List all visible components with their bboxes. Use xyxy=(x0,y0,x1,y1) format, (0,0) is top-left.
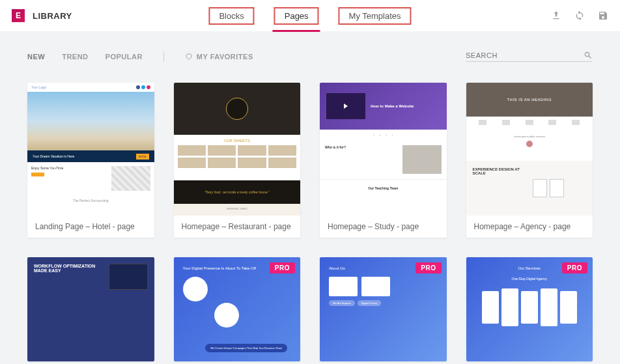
upload-icon[interactable] xyxy=(551,10,561,21)
filter-favorites[interactable]: MY FAVORITES xyxy=(185,53,253,61)
thumb-logo: Your Logo xyxy=(31,85,46,89)
thumb-hero-text: How to Make a Website xyxy=(371,104,414,108)
active-tab-indicator xyxy=(273,30,320,32)
tab-my-templates[interactable]: My Templates xyxy=(339,7,412,25)
save-icon[interactable] xyxy=(598,10,608,21)
pro-badge: PRO xyxy=(270,262,295,273)
search-wrap xyxy=(466,51,593,62)
thumb-bar-text: Your Dream Vacation is Here xyxy=(33,154,74,158)
filter-group: NEW TREND POPULAR MY FAVORITES xyxy=(27,51,253,62)
template-card[interactable]: PRO About UsWe Are ExpertsDigital Lovers xyxy=(320,257,447,361)
sync-icon[interactable] xyxy=(574,10,585,21)
filter-divider xyxy=(163,51,164,62)
tab-blocks[interactable]: Blocks xyxy=(208,7,254,25)
thumb-foot: GENERAL VIBES xyxy=(174,204,301,216)
template-thumbnail: PRO Our ServicesOne-Stop Digital Agency xyxy=(466,257,593,361)
template-thumbnail: PRO Your Digital Presence Is About To Ta… xyxy=(174,257,301,361)
filter-trend[interactable]: TREND xyxy=(62,53,88,61)
filter-new[interactable]: NEW xyxy=(27,53,45,61)
thumb-exp-title: EXPERIENCE DESIGN AT SCALE xyxy=(473,167,526,209)
favorites-label: MY FAVORITES xyxy=(197,53,253,61)
filter-popular[interactable]: POPULAR xyxy=(106,53,143,61)
thumb-quote: "Tasty food, set inside a lovely coffee … xyxy=(174,180,301,204)
template-thumbnail: OUR SWEETS "Tasty food, set inside a lov… xyxy=(174,83,301,216)
thumb-hero-heading: THIS IS AN HEADING xyxy=(466,83,593,117)
thumb-b1-title: WORKFLOW OPTIMIZATION MADE EASY xyxy=(34,264,102,273)
library-title: LIBRARY xyxy=(33,11,72,21)
template-caption: Homepage – Restaurant - page xyxy=(174,216,301,238)
thumb-b3-tag: We Are Experts xyxy=(329,300,355,306)
thumb-b3-tag: Digital Lovers xyxy=(358,300,381,306)
thumb-who-title: Who is it for? xyxy=(325,145,397,174)
tab-label: Pages xyxy=(285,11,309,21)
thumb-team-title: Our Teaching Team xyxy=(320,179,447,216)
filter-bar: NEW TREND POPULAR MY FAVORITES xyxy=(0,31,620,67)
search-icon[interactable] xyxy=(584,51,593,60)
template-card[interactable]: Your Logo Your Dream Vacation is HereBOO… xyxy=(27,83,154,238)
template-card[interactable]: PRO Our ServicesOne-Stop Digital Agency xyxy=(466,257,593,361)
thumb-sweets-title: OUR SWEETS xyxy=(224,139,250,143)
template-caption: Homepage – Agency - page xyxy=(466,216,593,238)
template-card[interactable]: WORKFLOW OPTIMIZATION MADE EASY xyxy=(27,257,154,361)
template-caption: Landing Page – Hotel - page xyxy=(27,216,154,238)
template-thumbnail: How to Make a Website •••• Who is it for… xyxy=(320,83,447,216)
template-grid: Your Logo Your Dream Vacation is HereBOO… xyxy=(0,67,620,364)
thumb-b4-sub: One-Stop Digital Agency xyxy=(473,277,587,281)
template-thumbnail: WORKFLOW OPTIMIZATION MADE EASY xyxy=(27,257,154,361)
tab-label: My Templates xyxy=(349,11,401,21)
template-thumbnail: Your Logo Your Dream Vacation is HereBOO… xyxy=(27,83,154,216)
pro-badge: PRO xyxy=(562,262,587,273)
template-caption: Homepage – Study - page xyxy=(320,216,447,238)
template-thumbnail: THIS IS AN HEADING Lorem ipsum dolor sit… xyxy=(466,83,593,216)
library-header: E LIBRARY Blocks Pages My Templates xyxy=(0,0,620,31)
template-card[interactable]: OUR SWEETS "Tasty food, set inside a lov… xyxy=(174,83,301,238)
header-actions xyxy=(551,10,608,21)
heart-icon xyxy=(185,53,193,61)
header-tabs: Blocks Pages My Templates xyxy=(208,0,411,31)
template-card[interactable]: THIS IS AN HEADING Lorem ipsum dolor sit… xyxy=(466,83,593,238)
template-card[interactable]: PRO Your Digital Presence Is About To Ta… xyxy=(174,257,301,361)
search-input[interactable] xyxy=(466,51,584,59)
tab-pages[interactable]: Pages xyxy=(274,7,319,25)
template-thumbnail: PRO About UsWe Are ExpertsDigital Lovers xyxy=(320,257,447,361)
pro-badge: PRO xyxy=(416,262,441,273)
thumb-sec-title: Enjoy Some You-Time xyxy=(31,166,63,170)
template-card[interactable]: How to Make a Website •••• Who is it for… xyxy=(320,83,447,238)
thumb-foot: The Perfect Surrounding xyxy=(27,195,154,216)
tab-label: Blocks xyxy=(219,11,244,21)
thumb-b2-pill: We Create Unique Campaigns That Help You… xyxy=(205,344,287,352)
elementor-logo: E xyxy=(12,9,25,22)
